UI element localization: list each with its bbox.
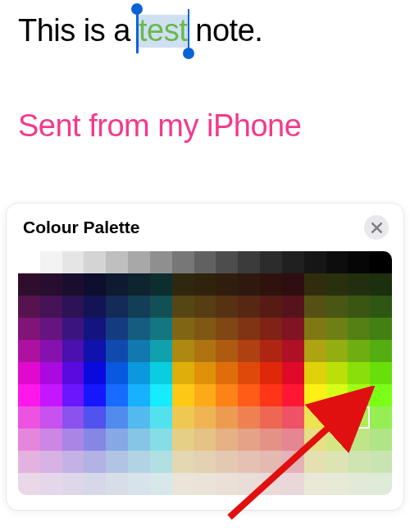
colour-swatch[interactable]: [238, 429, 260, 451]
colour-swatch[interactable]: [238, 318, 260, 340]
colour-swatch[interactable]: [40, 340, 62, 362]
colour-swatch[interactable]: [84, 362, 106, 384]
colour-swatch[interactable]: [84, 384, 106, 406]
colour-swatch[interactable]: [128, 296, 150, 318]
colour-swatch[interactable]: [18, 340, 40, 362]
colour-swatch[interactable]: [238, 273, 260, 296]
colour-swatch[interactable]: [370, 273, 392, 296]
colour-swatch[interactable]: [326, 451, 348, 473]
colour-swatch[interactable]: [128, 429, 150, 451]
colour-swatch[interactable]: [62, 406, 84, 429]
colour-swatch[interactable]: [40, 429, 62, 451]
colour-swatch[interactable]: [216, 473, 238, 495]
selection-handle-right-icon[interactable]: [188, 9, 190, 53]
selection-handle-left-icon[interactable]: [136, 9, 139, 53]
colour-swatch[interactable]: [18, 384, 40, 406]
colour-swatch[interactable]: [326, 318, 348, 340]
colour-swatch[interactable]: [260, 406, 282, 429]
colour-swatch[interactable]: [172, 340, 194, 362]
colour-swatch[interactable]: [370, 251, 392, 273]
colour-swatch[interactable]: [84, 340, 106, 362]
colour-swatch[interactable]: [216, 340, 238, 362]
colour-swatch[interactable]: [40, 451, 62, 473]
colour-swatch[interactable]: [348, 451, 370, 473]
colour-swatch[interactable]: [172, 451, 194, 473]
colour-swatch[interactable]: [62, 362, 84, 384]
colour-swatch[interactable]: [260, 451, 282, 473]
colour-swatch[interactable]: [194, 406, 216, 429]
colour-swatch[interactable]: [62, 473, 84, 495]
colour-swatch[interactable]: [18, 362, 40, 384]
colour-swatch[interactable]: [260, 251, 282, 273]
colour-swatch[interactable]: [62, 384, 84, 406]
colour-swatch[interactable]: [216, 296, 238, 318]
colour-swatch[interactable]: [238, 406, 260, 429]
colour-swatch[interactable]: [128, 384, 150, 406]
colour-swatch[interactable]: [18, 429, 40, 451]
colour-swatch[interactable]: [370, 429, 392, 451]
colour-swatch[interactable]: [150, 296, 172, 318]
colour-swatch[interactable]: [260, 384, 282, 406]
colour-swatch[interactable]: [216, 429, 238, 451]
colour-swatch[interactable]: [348, 473, 370, 495]
colour-swatch[interactable]: [216, 406, 238, 429]
colour-swatch[interactable]: [194, 473, 216, 495]
colour-swatch[interactable]: [304, 340, 326, 362]
colour-swatch[interactable]: [62, 340, 84, 362]
colour-swatch[interactable]: [62, 451, 84, 473]
colour-swatch[interactable]: [326, 429, 348, 451]
colour-swatch[interactable]: [84, 318, 106, 340]
colour-swatch[interactable]: [370, 362, 392, 384]
colour-swatch[interactable]: [260, 273, 282, 296]
colour-swatch[interactable]: [282, 251, 304, 273]
colour-swatch[interactable]: [40, 362, 62, 384]
colour-swatch[interactable]: [348, 296, 370, 318]
colour-swatch[interactable]: [84, 473, 106, 495]
colour-swatch[interactable]: [106, 384, 128, 406]
colour-swatch[interactable]: [18, 251, 40, 273]
colour-swatch[interactable]: [326, 296, 348, 318]
colour-swatch[interactable]: [194, 251, 216, 273]
colour-swatch[interactable]: [150, 318, 172, 340]
colour-swatch[interactable]: [150, 273, 172, 296]
colour-swatch[interactable]: [282, 318, 304, 340]
colour-swatch[interactable]: [260, 340, 282, 362]
colour-swatch[interactable]: [370, 296, 392, 318]
colour-swatch[interactable]: [150, 362, 172, 384]
close-button[interactable]: [364, 215, 389, 240]
colour-swatch[interactable]: [150, 251, 172, 273]
colour-swatch[interactable]: [238, 340, 260, 362]
colour-swatch[interactable]: [216, 384, 238, 406]
colour-swatch[interactable]: [304, 273, 326, 296]
colour-swatch[interactable]: [172, 318, 194, 340]
colour-swatch[interactable]: [18, 273, 40, 296]
colour-swatch[interactable]: [84, 273, 106, 296]
colour-swatch[interactable]: [370, 473, 392, 495]
colour-swatch[interactable]: [326, 251, 348, 273]
colour-swatch[interactable]: [282, 384, 304, 406]
colour-swatch[interactable]: [348, 318, 370, 340]
colour-swatch[interactable]: [106, 429, 128, 451]
colour-swatch[interactable]: [194, 340, 216, 362]
colour-swatch[interactable]: [106, 251, 128, 273]
colour-swatch[interactable]: [260, 362, 282, 384]
colour-swatch[interactable]: [216, 318, 238, 340]
colour-swatch[interactable]: [62, 251, 84, 273]
colour-swatch[interactable]: [326, 362, 348, 384]
colour-swatch[interactable]: [304, 384, 326, 406]
colour-swatch[interactable]: [172, 384, 194, 406]
colour-swatch[interactable]: [348, 406, 370, 429]
colour-swatch[interactable]: [326, 273, 348, 296]
colour-swatch[interactable]: [172, 273, 194, 296]
colour-swatch[interactable]: [370, 384, 392, 406]
colour-swatch[interactable]: [172, 251, 194, 273]
colour-swatch[interactable]: [172, 473, 194, 495]
colour-swatch[interactable]: [84, 406, 106, 429]
colour-swatch[interactable]: [216, 251, 238, 273]
colour-swatch[interactable]: [106, 473, 128, 495]
colour-swatch[interactable]: [282, 273, 304, 296]
colour-swatch[interactable]: [150, 451, 172, 473]
colour-swatch[interactable]: [40, 384, 62, 406]
colour-swatch[interactable]: [238, 251, 260, 273]
colour-swatch[interactable]: [304, 429, 326, 451]
